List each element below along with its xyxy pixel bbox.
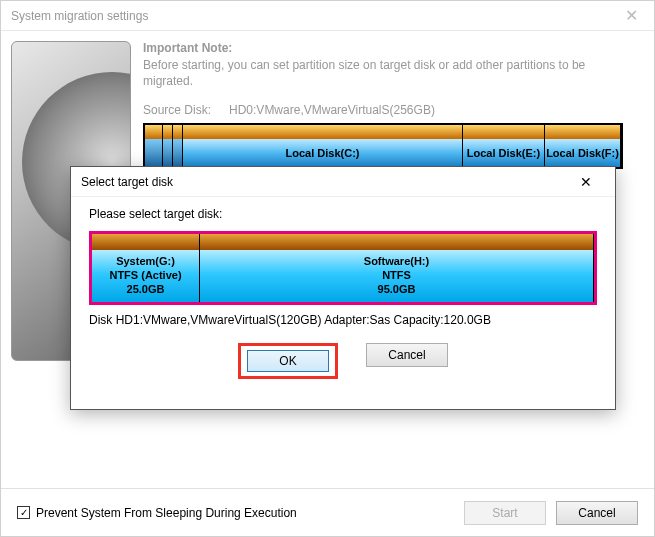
prevent-sleep-checkbox[interactable]: ✓: [17, 506, 30, 519]
modal-close-button[interactable]: ✕: [567, 171, 605, 193]
ok-button[interactable]: OK: [247, 350, 329, 372]
partition-local-f[interactable]: Local Disk(F:): [545, 139, 621, 167]
modal-title: Select target disk: [81, 175, 567, 189]
note-heading: Important Note:: [143, 41, 644, 55]
partition-block[interactable]: [173, 139, 183, 167]
parent-window-title: System migration settings: [11, 9, 619, 23]
target-partition-software-h[interactable]: Software(H:) NTFS 95.0GB: [200, 250, 594, 302]
start-button: Start: [464, 501, 546, 525]
source-disk-value: HD0:VMware,VMwareVirtualS(256GB): [229, 103, 435, 117]
partition-local-e[interactable]: Local Disk(E:): [463, 139, 545, 167]
partition-size: 25.0GB: [127, 283, 165, 297]
partition-name: System(G:): [116, 255, 175, 269]
select-target-disk-dialog: Select target disk ✕ Please select targe…: [70, 166, 616, 410]
partition-fs: NTFS (Active): [109, 269, 181, 283]
parent-footer: ✓ Prevent System From Sleeping During Ex…: [1, 488, 654, 536]
source-disk-map: Local Disk(C:) Local Disk(E:) Local Disk…: [143, 123, 623, 169]
partition-block[interactable]: [163, 139, 173, 167]
partition-size: 95.0GB: [378, 283, 416, 297]
target-partition-system-g[interactable]: System(G:) NTFS (Active) 25.0GB: [92, 250, 200, 302]
target-disk-info: Disk HD1:VMware,VMwareVirtualS(120GB) Ad…: [89, 313, 597, 327]
source-disk-label: Source Disk:: [143, 103, 211, 117]
modal-cancel-button[interactable]: Cancel: [366, 343, 448, 367]
cancel-button[interactable]: Cancel: [556, 501, 638, 525]
parent-titlebar: System migration settings ✕: [1, 1, 654, 31]
partition-block[interactable]: [145, 139, 163, 167]
partition-name: Software(H:): [364, 255, 429, 269]
close-icon[interactable]: ✕: [619, 6, 644, 25]
partition-local-c[interactable]: Local Disk(C:): [183, 139, 463, 167]
partition-label: Local Disk(E:): [467, 147, 540, 159]
modal-prompt: Please select target disk:: [89, 207, 597, 221]
partition-label: Local Disk(F:): [546, 147, 619, 159]
target-disk-map[interactable]: System(G:) NTFS (Active) 25.0GB Software…: [89, 231, 597, 305]
partition-label: Local Disk(C:): [286, 147, 360, 159]
ok-button-highlight: OK: [238, 343, 338, 379]
modal-titlebar: Select target disk ✕: [71, 167, 615, 197]
partition-fs: NTFS: [382, 269, 411, 283]
note-text: Before starting, you can set partition s…: [143, 57, 603, 89]
prevent-sleep-label: Prevent System From Sleeping During Exec…: [36, 506, 297, 520]
